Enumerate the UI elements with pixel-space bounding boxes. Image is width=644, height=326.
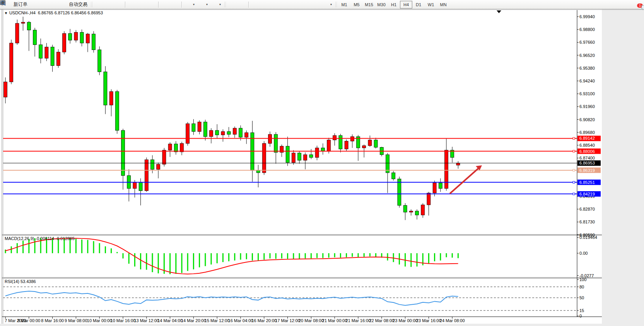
tab-timeframe-m15[interactable]: M15 <box>363 1 375 9</box>
candle <box>157 164 160 169</box>
tile-windows-button[interactable] <box>147 0 157 9</box>
periods-button[interactable]: ▾ <box>196 0 210 9</box>
text-label-tool[interactable]: T <box>311 0 321 9</box>
candle <box>133 182 137 189</box>
trendline-icon <box>272 2 278 8</box>
autotrading-button[interactable]: 自动交易 <box>60 0 89 9</box>
tab-timeframe-m30[interactable]: M30 <box>375 1 388 9</box>
svg-text:6.81730: 6.81730 <box>579 220 595 224</box>
line-handle[interactable] <box>573 193 575 195</box>
candle <box>374 140 378 148</box>
templates-button[interactable]: ▾ <box>210 0 223 9</box>
vertical-line-tool[interactable] <box>250 0 260 9</box>
candle <box>286 146 289 163</box>
candle <box>51 47 54 65</box>
toolbar-grip[interactable] <box>335 2 337 8</box>
candle <box>210 130 213 137</box>
toolbar-grip[interactable] <box>91 2 92 8</box>
horizontal-line-tool[interactable] <box>260 0 270 9</box>
tab-timeframe-h4[interactable]: H4 <box>400 1 412 9</box>
cursor-tool-button[interactable] <box>227 0 237 9</box>
svg-text:21 Mar 16:00: 21 Mar 16:00 <box>346 318 371 323</box>
chevron-down-icon: ▾ <box>219 3 221 6</box>
arrow-tools-icon <box>323 2 329 8</box>
candle <box>421 205 425 215</box>
svg-text:6.97660: 6.97660 <box>579 40 595 45</box>
chart-shift-icon <box>162 2 168 8</box>
toolbar-separator <box>125 2 126 8</box>
toolbar-grip[interactable] <box>224 2 226 8</box>
candle <box>409 211 413 212</box>
svg-text:16 Mar 20:00: 16 Mar 20:00 <box>251 318 277 323</box>
zoom-out-button[interactable] <box>137 0 147 9</box>
svg-text:6.87400: 6.87400 <box>579 156 595 160</box>
svg-text:17 Mar 12:00: 17 Mar 12:00 <box>275 318 300 323</box>
candle <box>109 91 113 105</box>
candle <box>80 32 84 43</box>
svg-text:14 Mar 04:00: 14 Mar 04:00 <box>157 318 183 323</box>
rsi-indicator-label: RSI(14) 53.4386 <box>5 279 36 284</box>
arrow-tools-button[interactable]: ▾ <box>321 0 334 9</box>
line-handle[interactable] <box>573 181 575 183</box>
chevron-down-icon: ▾ <box>206 3 208 6</box>
svg-text:6.88006: 6.88006 <box>579 149 595 154</box>
tab-timeframe-h1[interactable]: H1 <box>388 1 400 9</box>
candle <box>174 144 178 152</box>
search-icon[interactable] <box>629 2 635 8</box>
zoom-in-button[interactable] <box>127 0 137 9</box>
bar-chart-icon <box>96 2 102 8</box>
chart-shift-button[interactable] <box>160 0 170 9</box>
chart-autoscroll-button[interactable] <box>170 0 180 9</box>
crosshair-tool-button[interactable] <box>237 0 247 9</box>
market-watch-button[interactable] <box>29 0 39 9</box>
tile-windows-icon <box>149 2 155 8</box>
candlestick-chart-button[interactable] <box>104 0 114 9</box>
new-chart-button[interactable]: ▾ <box>183 0 196 9</box>
line-chart-button[interactable] <box>114 0 124 9</box>
text-tool[interactable]: A <box>301 0 311 9</box>
svg-text:6.86953: 6.86953 <box>579 161 595 165</box>
svg-text:13 Mar 12:00: 13 Mar 12:00 <box>134 318 159 323</box>
tab-timeframe-m5[interactable]: M5 <box>350 1 363 9</box>
svg-text:6.85251: 6.85251 <box>579 180 595 185</box>
candle <box>63 33 66 52</box>
candle <box>74 32 78 40</box>
candle <box>292 153 295 163</box>
candle <box>304 154 307 160</box>
line-handle[interactable] <box>573 137 575 139</box>
chart-title-bar[interactable]: ▼USDCNH-,H4 6.86765 6.87126 6.86456 6.86… <box>4 10 103 15</box>
svg-text:0: 0 <box>579 314 582 318</box>
symbol-dropdown-icon[interactable]: ▼ <box>4 11 8 15</box>
signals-button[interactable] <box>50 0 60 9</box>
line-handle[interactable] <box>573 169 575 171</box>
candle <box>215 130 219 135</box>
window-icon <box>41 2 48 8</box>
svg-text:6.90820: 6.90820 <box>579 117 595 122</box>
new-order-button[interactable]: 新订单 <box>4 0 29 9</box>
svg-text:8 Mar 00:00: 8 Mar 00:00 <box>17 318 40 323</box>
tab-timeframe-mn[interactable]: MN <box>437 1 449 9</box>
equidistant-channel-tool[interactable]: E <box>280 0 290 9</box>
zoom-in-icon <box>129 2 135 8</box>
bar-chart-button[interactable] <box>94 0 104 9</box>
svg-text:80: 80 <box>579 285 584 289</box>
text-label-icon: T <box>313 2 319 8</box>
tab-timeframe-m1[interactable]: M1 <box>338 1 350 9</box>
fibonacci-tool[interactable]: F <box>290 0 301 9</box>
svg-text:6.94240: 6.94240 <box>579 79 595 83</box>
candle <box>427 193 430 205</box>
line-handle[interactable] <box>573 150 575 152</box>
data-window-button[interactable] <box>39 0 50 9</box>
svg-text:50: 50 <box>579 295 584 300</box>
candle <box>4 82 7 97</box>
fibonacci-icon: F <box>292 2 299 8</box>
svg-text:0.00: 0.00 <box>579 251 588 256</box>
candle <box>315 148 319 158</box>
tab-timeframe-w1[interactable]: W1 <box>425 1 437 9</box>
chart-canvas[interactable]: 6.999406.988006.976606.965206.953806.942… <box>0 0 644 326</box>
trendline-tool[interactable] <box>270 0 280 9</box>
text-icon: A <box>302 2 309 8</box>
tab-timeframe-d1[interactable]: D1 <box>412 1 425 9</box>
candle <box>415 211 419 215</box>
macd-indicator-label: MACD(12,26,9) -0.006114 -0.012865 <box>5 236 75 241</box>
